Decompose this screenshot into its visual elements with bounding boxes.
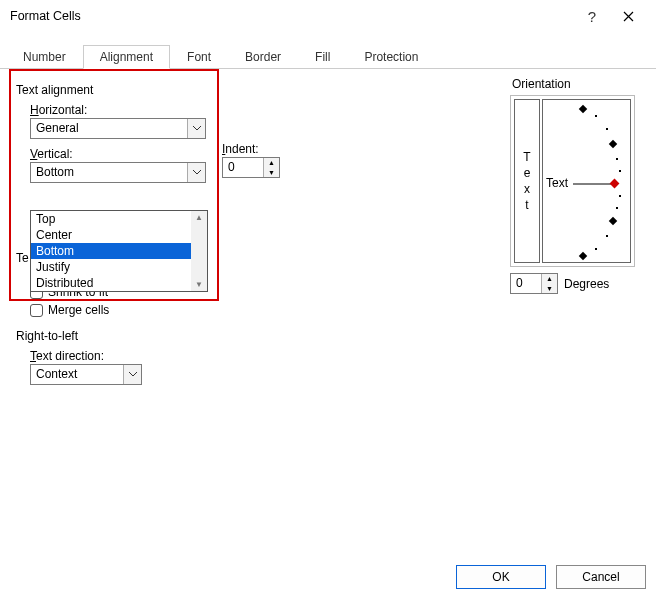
dropdown-scrollbar[interactable]: ▲ ▼ [191, 211, 207, 291]
dialog-title: Format Cells [10, 9, 574, 23]
dropdown-item-top[interactable]: Top [31, 211, 191, 227]
tab-bar: Number Alignment Font Border Fill Protec… [0, 44, 656, 69]
orientation-vertical-text[interactable]: T e x t [514, 99, 540, 263]
text-control-header-fragment: Te [16, 251, 29, 265]
scroll-up-icon: ▲ [195, 213, 203, 222]
chevron-down-icon[interactable] [187, 119, 205, 138]
text-direction-combo[interactable]: Context [30, 364, 142, 385]
ok-button[interactable]: OK [456, 565, 546, 589]
dial-dot [619, 195, 621, 197]
scroll-down-icon: ▼ [195, 280, 203, 289]
dial-tick-icon [609, 217, 617, 225]
indent-value: 0 [223, 158, 263, 177]
merge-cells-row[interactable]: Merge cells [30, 303, 640, 317]
indent-spinner[interactable]: 0 ▲ ▼ [222, 157, 280, 178]
orientation-header: Orientation [512, 77, 640, 91]
dial-dot [606, 128, 608, 130]
degrees-label: Degrees [564, 277, 609, 291]
chevron-down-icon[interactable] [187, 163, 205, 182]
tab-fill[interactable]: Fill [298, 45, 347, 69]
tab-font[interactable]: Font [170, 45, 228, 69]
merge-cells-checkbox[interactable] [30, 304, 43, 317]
dial-dot [619, 170, 621, 172]
orientation-dial-text: Text [546, 176, 568, 190]
orientation-group: Orientation T e x t Text [510, 73, 640, 294]
dial-tick-icon [579, 252, 587, 260]
dropdown-item-bottom[interactable]: Bottom [31, 243, 191, 259]
tab-alignment[interactable]: Alignment [83, 45, 170, 69]
rtl-header: Right-to-left [16, 329, 640, 343]
dial-dot [595, 115, 597, 117]
close-button[interactable] [610, 2, 646, 30]
dialog-footer: OK Cancel [456, 565, 646, 589]
spinner-buttons: ▲ ▼ [541, 274, 557, 293]
dropdown-item-distributed[interactable]: Distributed [31, 275, 191, 291]
text-direction-label: Text direction: [30, 349, 640, 363]
tab-protection[interactable]: Protection [347, 45, 435, 69]
help-button[interactable]: ? [574, 2, 610, 30]
spinner-up[interactable]: ▲ [264, 158, 279, 168]
dropdown-item-justify[interactable]: Justify [31, 259, 191, 275]
dial-dot [595, 248, 597, 250]
dial-tick-icon [609, 140, 617, 148]
dropdown-item-center[interactable]: Center [31, 227, 191, 243]
orientation-dial[interactable]: Text [542, 99, 631, 263]
horizontal-value: General [31, 119, 187, 138]
merge-cells-label: Merge cells [48, 303, 109, 317]
vertical-dropdown-list: Top Center Bottom Justify Distributed [31, 211, 191, 291]
degrees-spinner[interactable]: 0 ▲ ▼ [510, 273, 558, 294]
tab-border[interactable]: Border [228, 45, 298, 69]
orientation-preview: T e x t Text [510, 95, 635, 267]
tab-number[interactable]: Number [6, 45, 83, 69]
titlebar: Format Cells ? [0, 0, 656, 32]
orientation-pointer [610, 179, 620, 189]
dial-tick-icon [579, 105, 587, 113]
spinner-down[interactable]: ▼ [264, 168, 279, 178]
indent-label: Indent: [222, 142, 280, 156]
chevron-down-icon[interactable] [123, 365, 141, 384]
vertical-value: Bottom [31, 163, 187, 182]
spinner-down[interactable]: ▼ [542, 284, 557, 294]
cancel-button[interactable]: Cancel [556, 565, 646, 589]
text-direction-value: Context [31, 365, 123, 384]
dial-dot [616, 207, 618, 209]
degrees-value: 0 [511, 274, 541, 293]
vertical-dropdown[interactable]: Top Center Bottom Justify Distributed ▲ … [30, 210, 208, 292]
close-icon [623, 11, 634, 22]
spinner-up[interactable]: ▲ [542, 274, 557, 284]
dial-dot [606, 235, 608, 237]
tab-content: Text alignment Horizontal: General Inden… [0, 69, 656, 554]
dial-dot [616, 158, 618, 160]
vertical-combo[interactable]: Bottom [30, 162, 206, 183]
spinner-buttons: ▲ ▼ [263, 158, 279, 177]
horizontal-combo[interactable]: General [30, 118, 206, 139]
orientation-line [573, 183, 613, 185]
